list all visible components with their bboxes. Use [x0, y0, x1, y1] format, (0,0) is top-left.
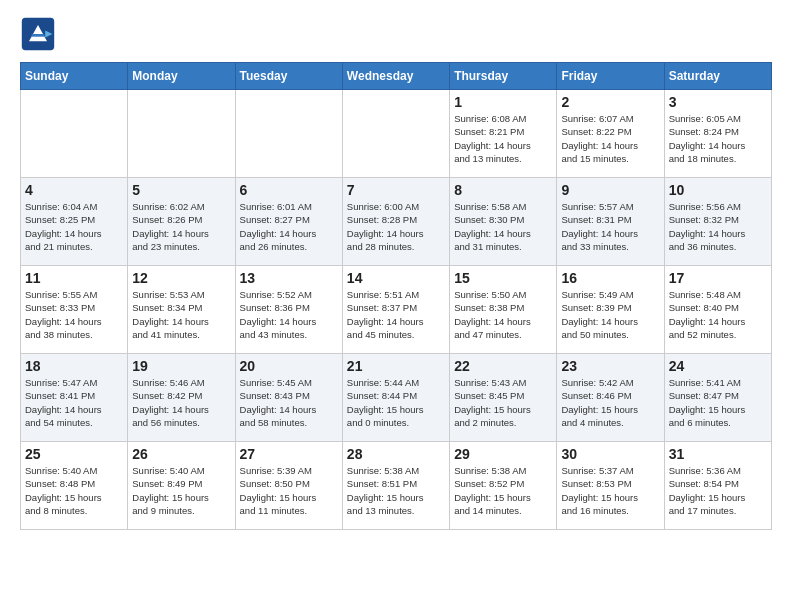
day-info: Sunrise: 6:04 AM Sunset: 8:25 PM Dayligh…: [25, 200, 123, 253]
calendar-cell: 30Sunrise: 5:37 AM Sunset: 8:53 PM Dayli…: [557, 442, 664, 530]
day-info: Sunrise: 5:55 AM Sunset: 8:33 PM Dayligh…: [25, 288, 123, 341]
day-info: Sunrise: 6:01 AM Sunset: 8:27 PM Dayligh…: [240, 200, 338, 253]
day-info: Sunrise: 5:42 AM Sunset: 8:46 PM Dayligh…: [561, 376, 659, 429]
day-number: 25: [25, 446, 123, 462]
day-info: Sunrise: 6:07 AM Sunset: 8:22 PM Dayligh…: [561, 112, 659, 165]
calendar-cell: [128, 90, 235, 178]
week-row-1: 1Sunrise: 6:08 AM Sunset: 8:21 PM Daylig…: [21, 90, 772, 178]
calendar-cell: 18Sunrise: 5:47 AM Sunset: 8:41 PM Dayli…: [21, 354, 128, 442]
day-info: Sunrise: 6:05 AM Sunset: 8:24 PM Dayligh…: [669, 112, 767, 165]
header-row: SundayMondayTuesdayWednesdayThursdayFrid…: [21, 63, 772, 90]
day-number: 10: [669, 182, 767, 198]
col-header-wednesday: Wednesday: [342, 63, 449, 90]
calendar-cell: 7Sunrise: 6:00 AM Sunset: 8:28 PM Daylig…: [342, 178, 449, 266]
week-row-2: 4Sunrise: 6:04 AM Sunset: 8:25 PM Daylig…: [21, 178, 772, 266]
day-number: 17: [669, 270, 767, 286]
day-info: Sunrise: 6:08 AM Sunset: 8:21 PM Dayligh…: [454, 112, 552, 165]
day-info: Sunrise: 6:00 AM Sunset: 8:28 PM Dayligh…: [347, 200, 445, 253]
day-number: 7: [347, 182, 445, 198]
day-info: Sunrise: 5:51 AM Sunset: 8:37 PM Dayligh…: [347, 288, 445, 341]
logo-icon: [20, 16, 56, 52]
calendar-cell: 11Sunrise: 5:55 AM Sunset: 8:33 PM Dayli…: [21, 266, 128, 354]
col-header-friday: Friday: [557, 63, 664, 90]
calendar-cell: 24Sunrise: 5:41 AM Sunset: 8:47 PM Dayli…: [664, 354, 771, 442]
calendar-cell: [21, 90, 128, 178]
day-info: Sunrise: 5:41 AM Sunset: 8:47 PM Dayligh…: [669, 376, 767, 429]
calendar-cell: 16Sunrise: 5:49 AM Sunset: 8:39 PM Dayli…: [557, 266, 664, 354]
day-info: Sunrise: 5:44 AM Sunset: 8:44 PM Dayligh…: [347, 376, 445, 429]
day-info: Sunrise: 6:02 AM Sunset: 8:26 PM Dayligh…: [132, 200, 230, 253]
day-number: 14: [347, 270, 445, 286]
day-info: Sunrise: 5:46 AM Sunset: 8:42 PM Dayligh…: [132, 376, 230, 429]
week-row-3: 11Sunrise: 5:55 AM Sunset: 8:33 PM Dayli…: [21, 266, 772, 354]
day-number: 1: [454, 94, 552, 110]
day-info: Sunrise: 5:50 AM Sunset: 8:38 PM Dayligh…: [454, 288, 552, 341]
day-info: Sunrise: 5:38 AM Sunset: 8:51 PM Dayligh…: [347, 464, 445, 517]
day-info: Sunrise: 5:58 AM Sunset: 8:30 PM Dayligh…: [454, 200, 552, 253]
day-number: 27: [240, 446, 338, 462]
day-number: 4: [25, 182, 123, 198]
col-header-sunday: Sunday: [21, 63, 128, 90]
day-info: Sunrise: 5:40 AM Sunset: 8:49 PM Dayligh…: [132, 464, 230, 517]
calendar-cell: 14Sunrise: 5:51 AM Sunset: 8:37 PM Dayli…: [342, 266, 449, 354]
day-info: Sunrise: 5:56 AM Sunset: 8:32 PM Dayligh…: [669, 200, 767, 253]
calendar-cell: 4Sunrise: 6:04 AM Sunset: 8:25 PM Daylig…: [21, 178, 128, 266]
calendar-cell: 26Sunrise: 5:40 AM Sunset: 8:49 PM Dayli…: [128, 442, 235, 530]
day-info: Sunrise: 5:43 AM Sunset: 8:45 PM Dayligh…: [454, 376, 552, 429]
col-header-thursday: Thursday: [450, 63, 557, 90]
day-number: 16: [561, 270, 659, 286]
calendar-cell: 12Sunrise: 5:53 AM Sunset: 8:34 PM Dayli…: [128, 266, 235, 354]
week-row-4: 18Sunrise: 5:47 AM Sunset: 8:41 PM Dayli…: [21, 354, 772, 442]
calendar-cell: 6Sunrise: 6:01 AM Sunset: 8:27 PM Daylig…: [235, 178, 342, 266]
day-number: 6: [240, 182, 338, 198]
day-number: 5: [132, 182, 230, 198]
calendar-cell: 29Sunrise: 5:38 AM Sunset: 8:52 PM Dayli…: [450, 442, 557, 530]
calendar-cell: 8Sunrise: 5:58 AM Sunset: 8:30 PM Daylig…: [450, 178, 557, 266]
day-info: Sunrise: 5:57 AM Sunset: 8:31 PM Dayligh…: [561, 200, 659, 253]
day-info: Sunrise: 5:52 AM Sunset: 8:36 PM Dayligh…: [240, 288, 338, 341]
calendar-cell: 22Sunrise: 5:43 AM Sunset: 8:45 PM Dayli…: [450, 354, 557, 442]
day-number: 11: [25, 270, 123, 286]
day-info: Sunrise: 5:37 AM Sunset: 8:53 PM Dayligh…: [561, 464, 659, 517]
calendar-cell: 3Sunrise: 6:05 AM Sunset: 8:24 PM Daylig…: [664, 90, 771, 178]
calendar-cell: [342, 90, 449, 178]
day-number: 23: [561, 358, 659, 374]
day-number: 13: [240, 270, 338, 286]
calendar-cell: 2Sunrise: 6:07 AM Sunset: 8:22 PM Daylig…: [557, 90, 664, 178]
day-number: 12: [132, 270, 230, 286]
calendar-cell: [235, 90, 342, 178]
day-number: 29: [454, 446, 552, 462]
day-number: 22: [454, 358, 552, 374]
svg-rect-2: [32, 34, 45, 37]
calendar-cell: 9Sunrise: 5:57 AM Sunset: 8:31 PM Daylig…: [557, 178, 664, 266]
day-info: Sunrise: 5:40 AM Sunset: 8:48 PM Dayligh…: [25, 464, 123, 517]
logo: [20, 16, 60, 52]
day-number: 30: [561, 446, 659, 462]
calendar-cell: 21Sunrise: 5:44 AM Sunset: 8:44 PM Dayli…: [342, 354, 449, 442]
day-info: Sunrise: 5:48 AM Sunset: 8:40 PM Dayligh…: [669, 288, 767, 341]
day-number: 19: [132, 358, 230, 374]
calendar-cell: 15Sunrise: 5:50 AM Sunset: 8:38 PM Dayli…: [450, 266, 557, 354]
day-info: Sunrise: 5:38 AM Sunset: 8:52 PM Dayligh…: [454, 464, 552, 517]
day-number: 20: [240, 358, 338, 374]
page: SundayMondayTuesdayWednesdayThursdayFrid…: [0, 0, 792, 540]
calendar-cell: 1Sunrise: 6:08 AM Sunset: 8:21 PM Daylig…: [450, 90, 557, 178]
day-number: 26: [132, 446, 230, 462]
day-number: 28: [347, 446, 445, 462]
day-info: Sunrise: 5:53 AM Sunset: 8:34 PM Dayligh…: [132, 288, 230, 341]
day-number: 21: [347, 358, 445, 374]
calendar-cell: 27Sunrise: 5:39 AM Sunset: 8:50 PM Dayli…: [235, 442, 342, 530]
day-number: 31: [669, 446, 767, 462]
day-number: 3: [669, 94, 767, 110]
calendar-cell: 25Sunrise: 5:40 AM Sunset: 8:48 PM Dayli…: [21, 442, 128, 530]
calendar-cell: 23Sunrise: 5:42 AM Sunset: 8:46 PM Dayli…: [557, 354, 664, 442]
calendar-cell: 19Sunrise: 5:46 AM Sunset: 8:42 PM Dayli…: [128, 354, 235, 442]
day-number: 9: [561, 182, 659, 198]
day-number: 18: [25, 358, 123, 374]
calendar-cell: 28Sunrise: 5:38 AM Sunset: 8:51 PM Dayli…: [342, 442, 449, 530]
day-info: Sunrise: 5:39 AM Sunset: 8:50 PM Dayligh…: [240, 464, 338, 517]
day-number: 24: [669, 358, 767, 374]
calendar-cell: 5Sunrise: 6:02 AM Sunset: 8:26 PM Daylig…: [128, 178, 235, 266]
col-header-saturday: Saturday: [664, 63, 771, 90]
day-number: 2: [561, 94, 659, 110]
